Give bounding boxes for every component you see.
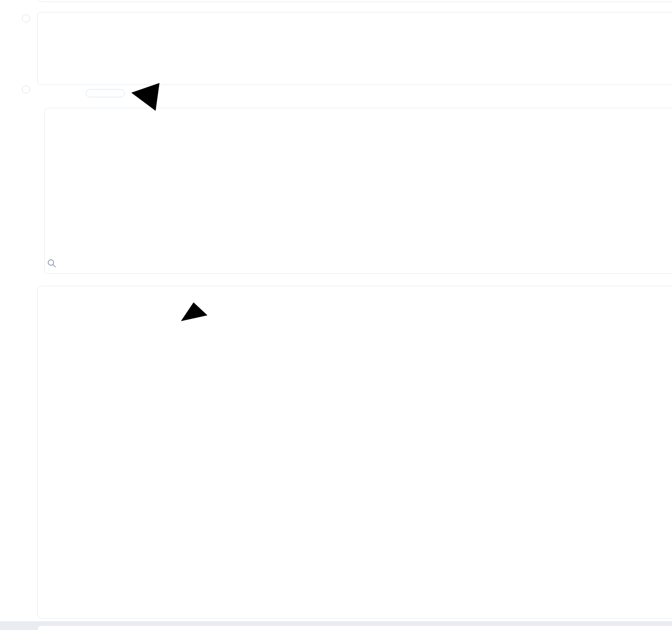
notebook-page xyxy=(0,0,672,630)
altair-chart xyxy=(0,0,672,630)
next-cell-card xyxy=(37,626,672,630)
